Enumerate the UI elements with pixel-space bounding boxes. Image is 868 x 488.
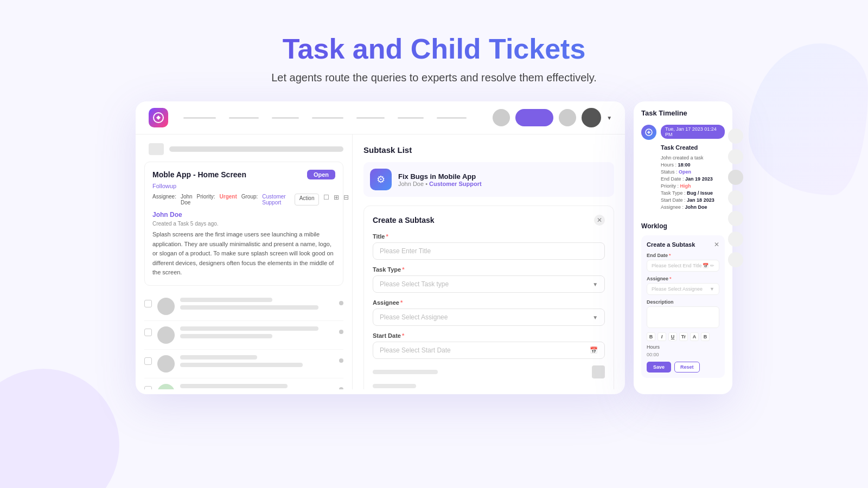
- wf-highlight-btn[interactable]: B: [701, 332, 710, 341]
- ticket-title: Moble App - Home Screen: [152, 170, 246, 179]
- edit-icon[interactable]: ⊞: [334, 194, 339, 206]
- timeline-event-title: Task Created: [661, 144, 725, 151]
- subtask-list-title: Subtask List: [363, 145, 614, 155]
- wf-end-date-input[interactable]: Please Select End Title 📅 ✏: [647, 260, 719, 272]
- delete-icon[interactable]: ⊟: [343, 194, 349, 206]
- assignee-placeholder: Please Select Assignee: [380, 313, 448, 321]
- ticket-title-row: Moble App - Home Screen Open: [152, 170, 335, 179]
- form-close-button[interactable]: ✕: [594, 215, 605, 226]
- ticket-checkbox[interactable]: [144, 357, 152, 365]
- ph-row-1: [373, 365, 605, 378]
- assignee-select[interactable]: Please Select Assignee ▼: [373, 309, 605, 326]
- subtask-info: Fix Bugs in Mobile App John Doe • Custom…: [398, 172, 608, 187]
- nav-chevron-icon: ▼: [607, 115, 612, 121]
- wf-description-input[interactable]: [647, 306, 719, 328]
- nav-item-7[interactable]: [437, 117, 467, 119]
- group-label: Group:: [241, 194, 258, 206]
- wf-color-btn[interactable]: A: [690, 332, 699, 341]
- timeline-content: Tue, Jan 17 2023 01:24 PM Task Created J…: [661, 125, 725, 210]
- ticket-checkbox[interactable]: [144, 329, 152, 336]
- ticket-panel: Moble App - Home Screen Open Followup As…: [136, 134, 353, 389]
- start-date-calendar-icon: 📅: [590, 346, 598, 354]
- timeline-end-date: End Date : Jan 19 2023: [661, 176, 725, 182]
- worklog-form-title: Create a Subtask: [647, 241, 695, 248]
- timeline-created-by: John created a task: [661, 155, 725, 160]
- ticket-dot: [339, 330, 343, 334]
- ticket-dot: [339, 358, 343, 363]
- ticket-dot: [339, 301, 343, 305]
- form-header: Create a Subtask ✕: [373, 215, 605, 226]
- nav-item-2[interactable]: [229, 117, 259, 119]
- worklog-form-close[interactable]: ✕: [714, 241, 719, 248]
- ticket-avatar: [157, 384, 175, 389]
- wf-description-label: Description: [647, 299, 719, 305]
- ticket-checkbox[interactable]: [144, 386, 152, 389]
- title-input[interactable]: Please Enter Title: [373, 242, 605, 260]
- ticket-list-item: [144, 350, 343, 378]
- group-value: Customer Support: [262, 194, 285, 206]
- search-bar[interactable]: [169, 146, 343, 152]
- nav-item-3[interactable]: [272, 117, 299, 119]
- featured-ticket: Moble App - Home Screen Open Followup As…: [144, 162, 343, 286]
- wf-calendar-icon: 📅: [703, 263, 709, 268]
- bg-blob-left: [0, 369, 119, 488]
- app-logo: [149, 108, 168, 127]
- wf-assignee-dropdown-icon: ▼: [710, 286, 714, 292]
- assignee-label: Assignee:: [152, 194, 176, 206]
- ticket-body: Splash screens are the first image users…: [152, 230, 335, 278]
- task-type-select[interactable]: Please Select Task type ▼: [373, 275, 605, 293]
- nav-item-4[interactable]: [312, 117, 343, 119]
- nav-avatar-2[interactable]: [559, 109, 576, 126]
- nav-item-5[interactable]: [356, 117, 385, 119]
- page-subtitle: Let agents route the queries to experts …: [0, 72, 868, 84]
- start-date-placeholder: Please Select Start Date: [380, 346, 451, 354]
- ticket-tag: Followup: [152, 183, 335, 189]
- action-button[interactable]: Action: [295, 194, 320, 206]
- wf-assignee-field: Assignee * Please Select Assignee ▼: [647, 276, 719, 295]
- timeline-status: Status : Open: [661, 169, 725, 175]
- title-label: Title *: [373, 233, 605, 240]
- task-type-label: Task Type *: [373, 266, 605, 273]
- ticket-checkbox[interactable]: [144, 300, 152, 307]
- wf-assignee-select[interactable]: Please Select Assignee ▼: [647, 283, 719, 295]
- start-date-input[interactable]: Please Select Start Date 📅: [373, 342, 605, 359]
- subtask-panel: Subtask List ⚙ Fix Bugs in Mobile App Jo…: [353, 134, 625, 389]
- wf-strikethrough-btn[interactable]: Tr: [679, 332, 688, 341]
- nav-item-6[interactable]: [398, 117, 424, 119]
- nav-item-1[interactable]: [183, 117, 216, 119]
- wf-save-button[interactable]: Save: [647, 362, 671, 373]
- nav-avatar-active[interactable]: [515, 109, 553, 126]
- ticket-header-row: [144, 143, 343, 155]
- timeline-assignee: Assignee : John Doe: [661, 204, 725, 210]
- subtask-item: ⚙ Fix Bugs in Mobile App John Doe • Cust…: [363, 162, 614, 197]
- page-header: Task and Child Tickets Let agents route …: [0, 0, 868, 84]
- start-date-field: Start Date * Please Select Start Date 📅: [373, 332, 605, 359]
- copy-icon[interactable]: ☐: [323, 194, 329, 206]
- open-badge: Open: [307, 170, 335, 179]
- worklog-title: Worklog: [641, 222, 725, 230]
- subtask-agent: John Doe: [398, 181, 424, 187]
- ticket-author: John Doe: [152, 211, 335, 219]
- assignee-value: John Doe: [181, 194, 193, 206]
- search-button[interactable]: [149, 143, 164, 155]
- assignee-label: Assignee *: [373, 299, 605, 306]
- app-window: ▼ Moble App - Home Screen Open Followu: [136, 101, 625, 394]
- task-type-dropdown-icon: ▼: [592, 281, 598, 287]
- assignee-dropdown-icon: ▼: [592, 314, 598, 320]
- wf-bold-btn[interactable]: B: [647, 332, 655, 341]
- wf-reset-button[interactable]: Reset: [674, 362, 700, 373]
- right-panel: Task Timeline Tue, Jan 17 2023 01:24 PM …: [634, 101, 732, 394]
- timeline-entry: Tue, Jan 17 2023 01:24 PM Task Created J…: [641, 125, 725, 211]
- nav-avatar-1[interactable]: [493, 109, 510, 126]
- title-field: Title * Please Enter Title: [373, 233, 605, 260]
- placeholder-rows: [373, 365, 605, 388]
- wf-underline-btn[interactable]: U: [668, 332, 677, 341]
- nav-avatar-main[interactable]: [582, 108, 601, 127]
- timeline-priority: Priority : High: [661, 183, 725, 189]
- wf-italic-btn[interactable]: I: [658, 332, 666, 341]
- ticket-list-item: [144, 378, 343, 389]
- ticket-avatar: [157, 326, 175, 344]
- ticket-list-item: [144, 321, 343, 350]
- create-subtask-form: Create a Subtask ✕ Title * Please Enter …: [363, 206, 614, 389]
- wf-description-field: Description: [647, 299, 719, 328]
